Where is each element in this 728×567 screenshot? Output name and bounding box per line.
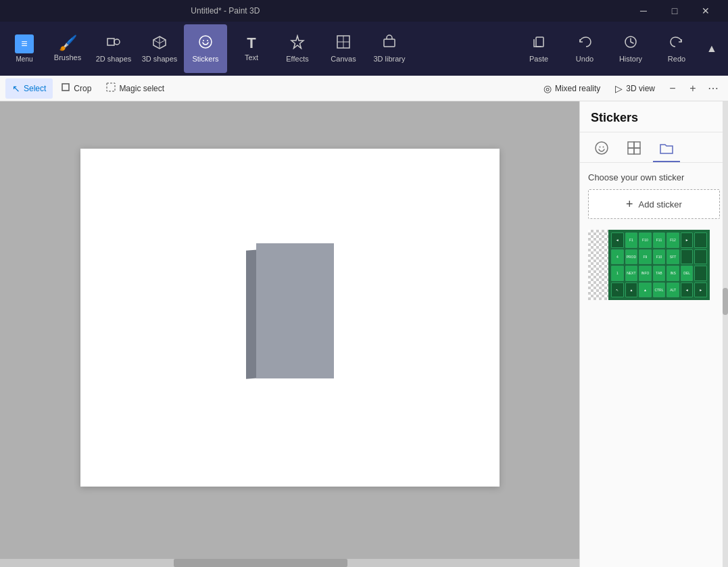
key-cell: F10 (639, 232, 652, 248)
zoom-in-button[interactable]: + (683, 79, 702, 98)
key-cell: F1 (625, 232, 638, 248)
sub-tool-select[interactable]: ↖ Select (5, 78, 53, 99)
sub-tool-mixed-reality[interactable]: ◎ Mixed reality (537, 78, 607, 99)
add-sticker-button[interactable]: + Add sticker (588, 189, 720, 219)
panel-scrollbar-thumb[interactable] (723, 288, 728, 315)
panel-content: Choose your own sticker + Add sticker ◄ … (580, 163, 728, 567)
stickers-label: Stickers (192, 55, 218, 63)
sticker-item[interactable]: ◄ F1 F10 F11 F12 ► 4 PROD F9 F10 (588, 230, 710, 300)
key-cell: ► (681, 232, 694, 248)
3d-view-label: 3D view (626, 84, 655, 93)
toolbar-paste[interactable]: Paste (517, 24, 560, 73)
minimize-button[interactable]: ─ (628, 0, 659, 22)
mixed-reality-label: Mixed reality (555, 84, 600, 93)
svg-point-4 (207, 40, 208, 41)
magic-select-icon (106, 82, 116, 94)
window-controls: ─ □ ✕ (628, 0, 721, 22)
panel-tab-emoji[interactable] (588, 138, 615, 162)
toolbar-stickers[interactable]: Stickers (184, 24, 227, 73)
key-cell: NEXT (625, 266, 638, 281)
svg-rect-13 (107, 83, 115, 91)
crop-label: Crop (74, 84, 91, 93)
key-cell: F12 (666, 232, 679, 248)
main-toolbar: ≡ Menu 🖌️ Brushes 2D shapes 3D shapes St… (0, 22, 728, 76)
svg-marker-5 (291, 36, 304, 49)
toolbar-redo[interactable]: Redo (655, 24, 698, 73)
text-label: Text (245, 53, 258, 61)
menu-icon: ≡ (15, 34, 34, 53)
canvas-icon (336, 34, 351, 52)
menu-button[interactable]: ≡ Menu (5, 24, 43, 73)
canvas-label: Canvas (331, 55, 356, 63)
panel-tabs (580, 132, 728, 163)
key-cell: F10 (653, 249, 666, 265)
3d-shapes-label: 3D shapes (142, 55, 178, 63)
maximize-button[interactable]: □ (659, 0, 690, 22)
text-icon: T (247, 36, 256, 51)
svg-point-3 (203, 40, 204, 41)
crop-icon (61, 82, 70, 94)
sub-tool-3d-view[interactable]: ▷ 3D view (608, 78, 662, 99)
svg-rect-0 (107, 39, 114, 45)
sticker-image: ◄ F1 F10 F11 F12 ► 4 PROD F9 F10 (608, 230, 710, 300)
3d-library-label: 3D library (373, 55, 405, 63)
panel-scrollbar[interactable] (723, 101, 728, 567)
toolbar-undo[interactable]: Undo (563, 24, 606, 73)
toolbar-2d-shapes[interactable]: 2D shapes (92, 24, 135, 73)
drawing-canvas[interactable] (80, 149, 500, 487)
key-cell: PROD (625, 249, 638, 265)
box-front-face (256, 243, 334, 378)
2d-shapes-label: 2D shapes (96, 55, 132, 63)
history-label: History (619, 55, 642, 63)
svg-rect-18 (634, 148, 640, 154)
canvas-area[interactable] (0, 101, 579, 567)
paste-icon (531, 34, 546, 52)
panel-tab-folder[interactable] (653, 138, 680, 162)
sticker-gallery: ◄ F1 F10 F11 F12 ► 4 PROD F9 F10 (588, 230, 720, 300)
sub-tool-crop[interactable]: Crop (54, 78, 98, 99)
undo-icon (577, 34, 592, 52)
toolbar-history[interactable]: History (609, 24, 652, 73)
main-content: Stickers Choose your own sticker + Add s… (0, 101, 728, 567)
key-cell: ALT (666, 282, 679, 298)
key-cell: TAB (653, 266, 666, 281)
horizontal-scrollbar[interactable] (0, 559, 579, 567)
toolbar-text[interactable]: T Text (230, 24, 273, 73)
add-sticker-plus-icon: + (626, 198, 633, 210)
key-cell: F9 (639, 249, 652, 265)
title-bar: Untitled* - Paint 3D ─ □ ✕ (0, 0, 728, 22)
undo-label: Undo (576, 55, 593, 63)
sub-tool-magic-select[interactable]: Magic select (99, 78, 171, 99)
menu-label: Menu (16, 55, 32, 63)
select-arrow-icon: ↖ (12, 83, 20, 94)
toolbar-3d-shapes[interactable]: 3D shapes (138, 24, 181, 73)
toolbar-3d-library[interactable]: 3D library (368, 24, 411, 73)
close-button[interactable]: ✕ (690, 0, 721, 22)
svg-rect-9 (384, 39, 395, 47)
key-cell: INS (666, 266, 679, 281)
panel-tab-shapes[interactable] (621, 138, 648, 162)
toolbar-effects[interactable]: Effects (276, 24, 319, 73)
right-panel: Stickers Choose your own sticker + Add s… (579, 101, 728, 567)
zoom-out-button[interactable]: − (663, 79, 682, 98)
redo-label: Redo (668, 55, 685, 63)
history-icon (623, 34, 638, 52)
key-cell (694, 232, 707, 248)
svg-rect-17 (628, 142, 634, 148)
toolbar-brushes[interactable]: 🖌️ Brushes (46, 24, 89, 73)
title-text: Untitled* - Paint 3D (191, 6, 260, 16)
effects-label: Effects (286, 55, 308, 63)
horizontal-scrollbar-thumb[interactable] (174, 559, 347, 567)
toolbar-canvas[interactable]: Canvas (322, 24, 365, 73)
paste-label: Paste (529, 55, 548, 63)
stickers-icon (198, 34, 213, 52)
choose-sticker-label: Choose your own sticker (588, 172, 720, 182)
2d-shapes-icon (106, 34, 121, 52)
key-cell: INFO (639, 266, 652, 281)
svg-point-14 (596, 142, 608, 154)
key-cell: 4 (611, 249, 624, 265)
svg-point-1 (114, 39, 120, 45)
collapse-toolbar-button[interactable]: ▲ (701, 24, 723, 73)
more-options-button[interactable]: ⋯ (704, 79, 723, 98)
effects-icon (290, 34, 305, 52)
